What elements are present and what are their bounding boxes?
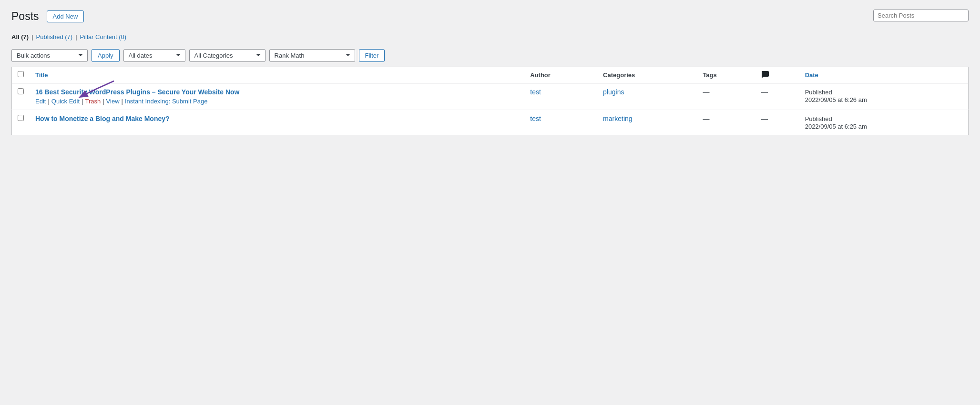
row1-edit-link[interactable]: Edit [35, 98, 46, 105]
add-new-button[interactable]: Add New [47, 10, 84, 22]
comments-icon [761, 71, 769, 78]
row2-checkbox-cell [12, 110, 30, 135]
row1-author-cell: test [524, 83, 597, 110]
row1-author-link[interactable]: test [530, 88, 541, 96]
row2-comments-cell: — [755, 110, 799, 135]
table-row: 16 Best Security WordPress Plugins – Sec… [12, 83, 969, 110]
row1-instant-indexing-link[interactable]: Instant Indexing: Submit Page [125, 98, 207, 105]
col-header-author: Author [524, 67, 597, 83]
row1-checkbox[interactable] [18, 88, 24, 94]
rankmath-filter-select[interactable]: Rank Math [269, 49, 355, 62]
tablenav: Bulk actions Edit Move to Trash Apply Al… [11, 46, 969, 65]
row2-categories-cell: marketing [597, 110, 697, 135]
filter-button[interactable]: Filter [359, 49, 385, 62]
filter-links: All (7) | Published (7) | Pillar Content… [11, 33, 969, 40]
apply-button[interactable]: Apply [92, 49, 120, 62]
dates-filter-select[interactable]: All dates [123, 49, 185, 62]
row1-view-link[interactable]: View [106, 98, 120, 105]
categories-filter-select[interactable]: All Categories [189, 49, 265, 62]
col-header-comments [755, 67, 799, 83]
row2-author-link[interactable]: test [530, 115, 541, 122]
row1-categories-cell: plugins [597, 83, 697, 110]
row1-tags-cell: — [697, 83, 755, 110]
row2-author-cell: test [524, 110, 597, 135]
col-header-title[interactable]: Title [30, 67, 524, 83]
row2-date-cell: Published 2022/09/05 at 6:25 am [799, 110, 969, 135]
row2-title-cell: How to Monetize a Blog and Make Money? [30, 110, 524, 135]
row1-actions: Edit | Quick Edit | Trash | View | Insta… [35, 98, 519, 105]
filter-published-link[interactable]: Published (7) [36, 33, 73, 40]
col-header-categories: Categories [597, 67, 697, 83]
posts-table: Title Author Categories Tags Date [11, 67, 969, 135]
row2-title-link[interactable]: How to Monetize a Blog and Make Money? [35, 115, 519, 122]
row1-quick-edit-link[interactable]: Quick Edit [51, 98, 80, 105]
row2-checkbox[interactable] [18, 115, 24, 121]
select-all-checkbox[interactable] [18, 71, 24, 77]
row1-category-link[interactable]: plugins [603, 88, 624, 96]
row2-tags-cell: — [697, 110, 755, 135]
filter-all-link[interactable]: All (7) [11, 33, 29, 40]
page-title: Posts [11, 10, 39, 24]
row1-title-link[interactable]: 16 Best Security WordPress Plugins – Sec… [35, 88, 239, 96]
row1-trash-link[interactable]: Trash [85, 98, 101, 105]
search-input[interactable] [873, 10, 969, 21]
col-header-date[interactable]: Date [799, 67, 969, 83]
row2-category-link[interactable]: marketing [603, 115, 632, 122]
col-header-checkbox [12, 67, 30, 83]
row1-checkbox-cell [12, 83, 30, 110]
row1-comments-cell: — [755, 83, 799, 110]
filter-pillar-link[interactable]: Pillar Content (0) [80, 33, 127, 40]
table-row: How to Monetize a Blog and Make Money? t… [12, 110, 969, 135]
row1-title-cell: 16 Best Security WordPress Plugins – Sec… [30, 83, 524, 110]
bulk-actions-select[interactable]: Bulk actions Edit Move to Trash [11, 49, 88, 62]
col-header-tags: Tags [697, 67, 755, 83]
row1-date-cell: Published 2022/09/05 at 6:26 am [799, 83, 969, 110]
